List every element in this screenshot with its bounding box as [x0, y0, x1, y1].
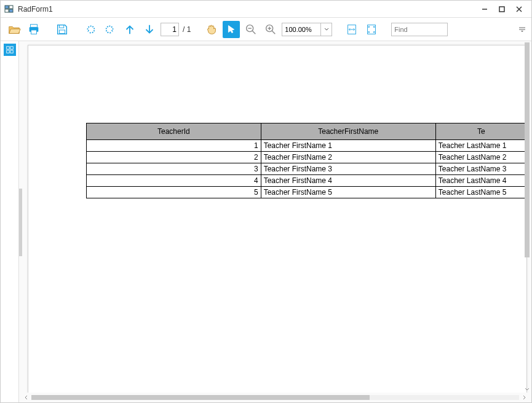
scroll-down-icon[interactable]	[523, 385, 531, 393]
scroll-right-icon[interactable]	[520, 393, 529, 402]
titlebar: RadForm1	[1, 1, 531, 18]
window-title: RadForm1	[18, 5, 476, 14]
app-window: RadForm1 / 1	[0, 0, 532, 403]
report-table: TeacherId TeacherFirstName Te 1Teacher F…	[86, 123, 526, 198]
svg-rect-1	[9, 6, 13, 9]
col-header-firstname: TeacherFirstName	[261, 123, 435, 140]
svg-rect-8	[31, 24, 38, 27]
col-header-lastname: Te	[435, 123, 526, 140]
next-page-button[interactable]	[141, 21, 158, 38]
svg-line-19	[272, 31, 276, 34]
cell-firstname: Teacher FirstName 2	[261, 152, 435, 163]
thumbnail-rail	[1, 41, 19, 402]
table-row: 4Teacher FirstName 4Teacher LastName 4	[87, 175, 527, 187]
table-row: 5Teacher FirstName 5Teacher LastName 5	[87, 187, 527, 198]
svg-line-16	[253, 31, 256, 34]
pan-tool-button[interactable]	[203, 21, 220, 38]
scroll-left-icon[interactable]	[22, 393, 30, 402]
horizontal-scrollbar[interactable]	[19, 393, 531, 402]
table-row: 1Teacher FirstName 1Teacher LastName 1	[87, 140, 527, 152]
cell-id: 1	[87, 140, 261, 152]
open-button[interactable]	[6, 21, 23, 38]
toolbar: / 1 100.00%	[1, 18, 531, 41]
page-total-label: / 1	[181, 25, 192, 34]
chevron-down-icon	[320, 23, 332, 36]
maximize-button[interactable]	[493, 3, 510, 15]
cell-id: 4	[87, 175, 261, 187]
zoom-out-button[interactable]	[242, 21, 260, 38]
vertical-scrollbar[interactable]	[523, 42, 531, 393]
zoom-in-button[interactable]	[262, 21, 279, 38]
zoom-level-select[interactable]: 100.00%	[282, 23, 332, 36]
svg-rect-5	[499, 7, 504, 12]
svg-rect-3	[9, 9, 13, 12]
zoom-level-value: 100.00%	[282, 26, 320, 33]
cell-id: 2	[87, 152, 261, 163]
cell-firstname: Teacher FirstName 1	[261, 140, 435, 152]
svg-rect-2	[5, 9, 9, 12]
fit-width-button[interactable]	[343, 21, 360, 38]
table-row: 2Teacher FirstName 2Teacher LastName 2	[87, 152, 527, 163]
fit-page-button[interactable]	[363, 21, 380, 38]
cell-lastname: Teacher LastName 5	[435, 187, 526, 198]
cell-id: 3	[87, 163, 261, 175]
select-tool-button[interactable]	[223, 21, 240, 38]
svg-rect-10	[31, 29, 36, 33]
find-input[interactable]	[391, 23, 448, 36]
app-icon	[4, 4, 14, 14]
cell-firstname: Teacher FirstName 3	[261, 163, 435, 175]
left-scroll-hint	[19, 189, 22, 256]
cell-lastname: Teacher LastName 4	[435, 175, 526, 187]
table-row: 3Teacher FirstName 3Teacher LastName 3	[87, 163, 527, 175]
table-header-row: TeacherId TeacherFirstName Te	[87, 123, 527, 140]
redo-button[interactable]	[101, 21, 119, 38]
svg-rect-26	[6, 47, 9, 49]
svg-rect-12	[59, 29, 65, 33]
thumbnails-toggle-button[interactable]	[4, 44, 16, 56]
svg-rect-27	[10, 47, 12, 49]
svg-rect-29	[10, 50, 12, 53]
close-button[interactable]	[510, 3, 528, 15]
overflow-menu-button[interactable]	[519, 27, 526, 32]
cell-lastname: Teacher LastName 1	[435, 140, 526, 152]
report-page: TeacherId TeacherFirstName Te 1Teacher F…	[28, 45, 527, 393]
viewer: TeacherId TeacherFirstName Te 1Teacher F…	[19, 41, 531, 402]
cell-firstname: Teacher FirstName 4	[261, 175, 435, 187]
cell-lastname: Teacher LastName 3	[435, 163, 526, 175]
cell-lastname: Teacher LastName 2	[435, 152, 526, 163]
print-button[interactable]	[25, 21, 42, 38]
save-button[interactable]	[54, 21, 71, 38]
cell-id: 5	[87, 187, 261, 198]
svg-rect-11	[59, 25, 63, 28]
minimize-button[interactable]	[476, 3, 493, 15]
cell-firstname: Teacher FirstName 5	[261, 187, 435, 198]
svg-rect-28	[6, 50, 9, 53]
page-number-input[interactable]	[161, 23, 179, 36]
canvas[interactable]: TeacherId TeacherFirstName Te 1Teacher F…	[19, 41, 531, 393]
undo-button[interactable]	[82, 21, 99, 38]
col-header-id: TeacherId	[87, 123, 261, 140]
svg-rect-0	[5, 6, 9, 9]
prev-page-button[interactable]	[121, 21, 138, 38]
